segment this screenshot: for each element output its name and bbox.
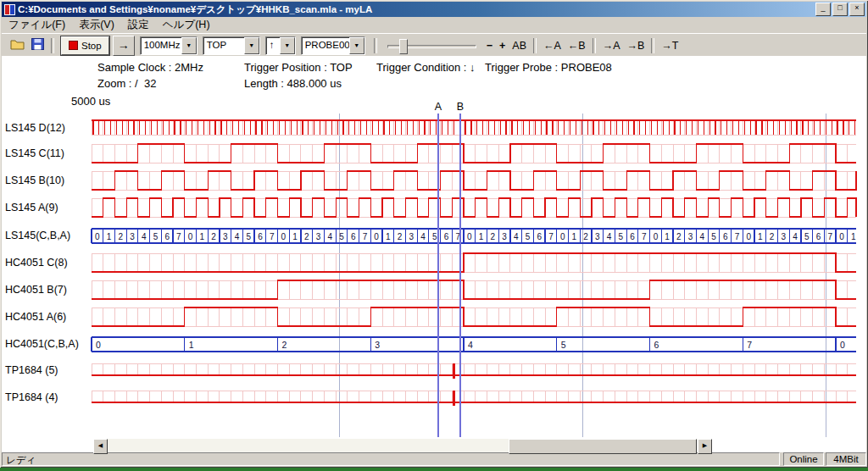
svg-text:5: 5 [526,232,531,241]
svg-text:3: 3 [316,232,321,241]
svg-text:2: 2 [211,232,216,241]
svg-text:7: 7 [747,340,752,350]
svg-text:7: 7 [270,232,275,241]
svg-text:3: 3 [409,232,415,241]
info-trigger-condition: Trigger Condition : ↓ [376,61,476,74]
svg-text:3: 3 [223,232,228,241]
svg-text:0: 0 [654,232,659,241]
svg-text:2: 2 [282,340,287,350]
channel-label-ls145-c11: LS145 C(11) [5,147,90,159]
svg-text:0: 0 [188,232,193,241]
svg-text:0: 0 [467,232,472,241]
svg-text:2: 2 [770,232,775,241]
horizontal-scrollbar[interactable]: ◀ ▶ [93,439,712,452]
channel-label-tp1684-4: TP1684 (4) [5,391,90,403]
svg-text:6: 6 [258,232,263,241]
channel-label-hc4051-c8: HC4051 C(8) [5,257,90,269]
svg-text:6: 6 [537,232,542,241]
svg-text:7: 7 [735,232,740,241]
channel-label-ls145-bus: LS145(C,B,A) [5,230,90,241]
svg-text:5: 5 [618,232,623,241]
svg-text:3: 3 [688,232,693,241]
svg-text:1: 1 [479,232,484,241]
svg-text:0: 0 [746,232,751,241]
svg-text:1: 1 [851,232,856,241]
svg-text:1: 1 [107,232,112,241]
svg-text:0: 0 [281,232,287,241]
svg-text:4: 4 [235,232,240,241]
svg-text:0: 0 [96,340,101,350]
svg-text:2: 2 [119,232,124,241]
svg-text:1: 1 [386,232,391,241]
svg-text:3: 3 [595,232,600,241]
svg-text:6: 6 [630,232,635,241]
svg-text:2: 2 [676,232,682,241]
svg-text:5: 5 [432,232,437,241]
scroll-left-icon[interactable]: ◀ [93,439,108,454]
svg-text:5: 5 [153,232,159,241]
svg-text:3: 3 [375,340,380,350]
svg-text:5: 5 [804,232,810,241]
svg-text:7: 7 [363,232,368,241]
svg-text:6: 6 [723,232,728,241]
svg-text:4: 4 [607,232,612,241]
app-window: C:¥Documents and Settings¥noname¥デスクトップ¥… [0,0,868,468]
channel-label-hc4051-a6: HC4051 A(6) [5,311,90,323]
svg-text:1: 1 [189,340,194,350]
svg-text:2: 2 [491,232,496,241]
svg-text:2: 2 [398,232,403,241]
svg-text:6: 6 [816,232,821,241]
channel-label-hc4051-bus: HC4051(C,B,A) [5,338,90,350]
info-trigger-probe: Trigger Probe : PROBE08 [485,61,612,74]
channel-label-ls145-d12: LS145 D(12) [5,122,90,134]
svg-text:0: 0 [374,232,379,241]
scroll-right-icon[interactable]: ▶ [698,439,712,454]
info-sample-clock: Sample Clock : 2MHz [97,61,203,74]
svg-text:1: 1 [572,232,577,241]
svg-text:2: 2 [583,232,588,241]
svg-text:0: 0 [840,340,845,350]
svg-text:0: 0 [95,232,100,241]
svg-text:4: 4 [142,232,147,241]
scrollbar-thumb[interactable] [509,439,697,454]
svg-text:6: 6 [351,232,356,241]
svg-text:5: 5 [561,340,566,350]
channel-label-ls145-b10: LS145 B(10) [5,175,90,186]
svg-text:7: 7 [176,232,181,241]
svg-text:3: 3 [130,232,135,241]
channel-label-ls145-a9: LS145 A(9) [5,202,90,213]
svg-text:1: 1 [665,232,670,241]
svg-text:7: 7 [827,232,832,241]
svg-text:3: 3 [782,232,787,241]
svg-text:4: 4 [514,232,519,241]
svg-text:2: 2 [304,232,309,241]
svg-text:4: 4 [420,232,426,241]
svg-text:5: 5 [246,232,251,241]
svg-text:1: 1 [758,232,763,241]
svg-text:0: 0 [560,232,565,241]
svg-text:6: 6 [654,340,659,350]
svg-text:4: 4 [468,340,473,350]
svg-text:0: 0 [839,232,844,241]
svg-text:1: 1 [200,232,205,241]
cursor-a-label[interactable]: A [433,101,443,113]
channel-label-tp1684-5: TP1684 (5) [5,364,90,376]
info-length: Length : 488.000 us [244,77,342,90]
info-trigger-position: Trigger Position : TOP [244,61,353,74]
channel-label-hc4051-b7: HC4051 B(7) [5,284,90,296]
svg-text:4: 4 [700,232,705,241]
svg-text:7: 7 [548,232,554,241]
svg-text:6: 6 [164,232,170,241]
svg-text:7: 7 [642,232,647,241]
svg-text:4: 4 [327,232,332,241]
cursor-b-label[interactable]: B [455,101,465,113]
time-scale-label: 5000 us [71,95,110,108]
svg-text:5: 5 [339,232,344,241]
info-zoom: Zoom : / 32 [97,77,156,90]
svg-text:4: 4 [793,232,798,241]
svg-text:6: 6 [444,232,449,241]
svg-text:5: 5 [711,232,716,241]
svg-text:3: 3 [502,232,507,241]
svg-text:1: 1 [292,232,298,241]
